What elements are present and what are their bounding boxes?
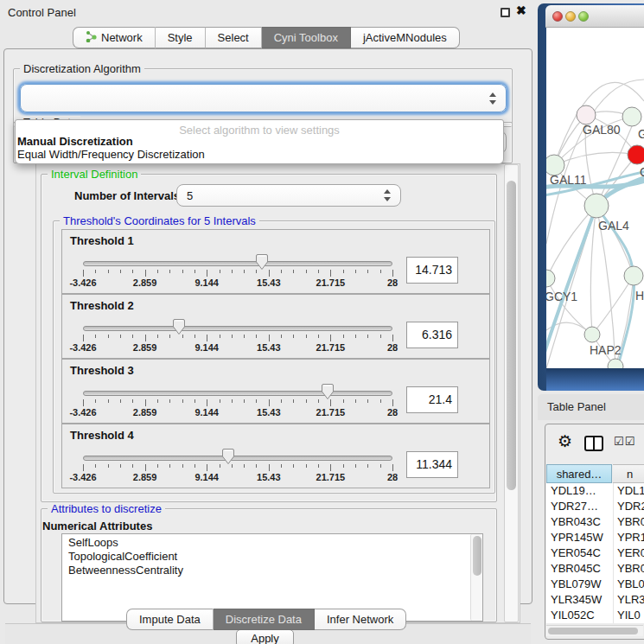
network-window-titlebar[interactable] [545, 5, 644, 28]
threshold-value-field[interactable]: 21.4 [406, 386, 458, 413]
table-row-ybl079w[interactable]: YBL079WYBL0 [546, 577, 644, 592]
tab-select[interactable]: Select [206, 27, 262, 48]
table-row-ypr145w[interactable]: YPR145WYPR1 [546, 530, 644, 545]
slider-tick [392, 399, 393, 406]
tab-network[interactable]: Network [73, 27, 156, 48]
bottom-tab-impute-data[interactable]: Impute Data [126, 609, 214, 630]
attributes-scrollbar[interactable] [470, 534, 482, 621]
slider-track[interactable] [83, 456, 392, 461]
cell-name[interactable]: YPR1 [613, 530, 644, 545]
slider-tick-label: 9.144 [179, 407, 234, 418]
network-canvas[interactable]: GAL80GCGAL11GAL4GCY1HHAP2 [546, 28, 644, 368]
slider-thumb[interactable] [321, 383, 335, 400]
network-edge[interactable] [596, 126, 632, 206]
cell-shared-name[interactable]: YPR145W [546, 530, 613, 545]
column-header-shared[interactable]: shared… [546, 464, 612, 483]
threshold-value-field[interactable]: 6.316 [406, 322, 458, 348]
cell-shared-name[interactable]: YLR345W [546, 592, 613, 608]
table-row-yil052c[interactable]: YIL052CYIL0 [546, 608, 644, 623]
network-edge[interactable] [554, 152, 637, 165]
network-node-c[interactable] [628, 145, 644, 164]
table-row-ydr27[interactable]: YDR27…YDR2 [546, 499, 644, 514]
cell-shared-name[interactable]: YDR27… [546, 499, 613, 514]
table-row-ylr345w[interactable]: YLR345WYLR3 [546, 592, 644, 608]
network-edge[interactable] [546, 206, 596, 278]
table-row-ydl19[interactable]: YDL19…YDL1 [546, 483, 644, 499]
network-node-g[interactable] [622, 107, 641, 126]
network-edge[interactable] [590, 206, 596, 335]
table-horizontal-scrollbar[interactable] [546, 625, 643, 636]
network-node-label: G [638, 127, 644, 141]
algorithm-combobox[interactable] [20, 84, 507, 112]
attribute-item-topologicalcoefficient[interactable]: TopologicalCoefficient [62, 550, 482, 564]
slider-track[interactable] [83, 326, 392, 331]
algorithm-option-manual-discretization[interactable]: Manual Discretization [16, 135, 503, 148]
cell-name[interactable]: YDL1 [613, 483, 644, 499]
slider-tick [269, 399, 270, 406]
cell-name[interactable]: YDR2 [613, 499, 644, 514]
split-columns-icon[interactable] [584, 436, 603, 451]
slider-thumb[interactable] [255, 253, 269, 271]
cell-shared-name[interactable]: YBL079W [546, 577, 613, 592]
cell-name[interactable]: YBR0 [613, 561, 644, 577]
network-node-gal4[interactable] [584, 194, 609, 218]
slider-tick [132, 335, 133, 338]
network-node-hap2[interactable] [584, 327, 600, 342]
close-icon[interactable]: ✖ [516, 3, 526, 17]
gear-icon[interactable]: ⚙ [558, 432, 572, 451]
algorithm-option-equal-width-frequency-discretization[interactable]: Equal Width/Frequency Discretization [16, 148, 503, 161]
network-graph: GAL80GCGAL11GAL4GCY1HHAP2 [546, 28, 644, 368]
cell-name[interactable]: YIL0 [613, 608, 644, 623]
cell-name[interactable]: YLR3 [613, 592, 644, 608]
slider-thumb[interactable] [221, 448, 235, 465]
scrollbar-thumb[interactable] [507, 181, 516, 490]
scrollbar-thumb[interactable] [473, 536, 481, 576]
table-row-ybr045c[interactable]: YBR045CYBR0 [546, 561, 644, 577]
slider-tick [367, 270, 368, 273]
table-row-yer054c[interactable]: YER054CYER0 [546, 545, 644, 561]
scrollbar-thumb[interactable] [548, 628, 638, 634]
tab-style[interactable]: Style [156, 27, 206, 48]
network-node-gal80[interactable] [577, 105, 596, 124]
cell-shared-name[interactable]: YBR045C [546, 561, 613, 577]
tab-cyni-toolbox[interactable]: Cyni Toolbox [262, 27, 351, 48]
float-window-icon[interactable] [501, 8, 510, 17]
network-node-h[interactable] [624, 266, 643, 285]
cell-shared-name[interactable]: YBR043C [546, 514, 613, 530]
slider-tick [392, 335, 393, 341]
discretization-algorithm-label: Discretization Algorithm [20, 62, 144, 75]
checkboxes-icon[interactable]: ☑☑ [614, 435, 635, 448]
cell-name[interactable]: YBR0 [613, 514, 644, 530]
app-root: Control Panel ✖ NetworkStyleSelectCyni T… [0, 0, 644, 644]
cell-name[interactable]: YBL0 [613, 577, 644, 592]
threshold-value-field[interactable]: 11.344 [406, 451, 458, 478]
tab-jactivemnodules[interactable]: jActiveMNodules [351, 27, 460, 48]
close-traffic-light-icon[interactable] [552, 11, 563, 22]
zoom-traffic-light-icon[interactable] [578, 11, 589, 22]
cell-shared-name[interactable]: YIL052C [546, 608, 613, 623]
slider-tick [269, 270, 270, 277]
attribute-item-betweennesscentrality[interactable]: BetweennessCentrality [62, 564, 482, 577]
bottom-tab-discretize-data[interactable]: Discretize Data [214, 609, 315, 630]
threshold-value-field[interactable]: 14.713 [406, 257, 458, 284]
slider-tick [293, 399, 294, 403]
settings-vertical-scrollbar[interactable] [504, 164, 519, 622]
cell-shared-name[interactable]: YDL19… [546, 483, 613, 499]
slider-tick [120, 464, 121, 468]
slider-tick [343, 464, 344, 468]
column-header-name[interactable]: n [613, 464, 644, 483]
bottom-tab-infer-network[interactable]: Infer Network [315, 609, 406, 630]
algorithm-dropdown-popup: Select algorithm to view settingsManual … [15, 119, 504, 164]
slider-track[interactable] [83, 261, 392, 266]
slider-tick [392, 464, 393, 471]
table-row-ybr043c[interactable]: YBR043CYBR0 [546, 514, 644, 530]
number-of-intervals-combobox[interactable]: 5 [176, 184, 401, 207]
network-node-gcy1[interactable] [546, 270, 555, 287]
cell-shared-name[interactable]: YER054C [546, 545, 613, 561]
slider-track[interactable] [83, 391, 392, 396]
slider-thumb[interactable] [172, 318, 186, 335]
minimize-traffic-light-icon[interactable] [565, 11, 576, 22]
apply-button[interactable]: Apply [236, 629, 294, 644]
cell-name[interactable]: YER0 [613, 545, 644, 561]
attribute-item-selfloops[interactable]: SelfLoops [62, 536, 482, 550]
